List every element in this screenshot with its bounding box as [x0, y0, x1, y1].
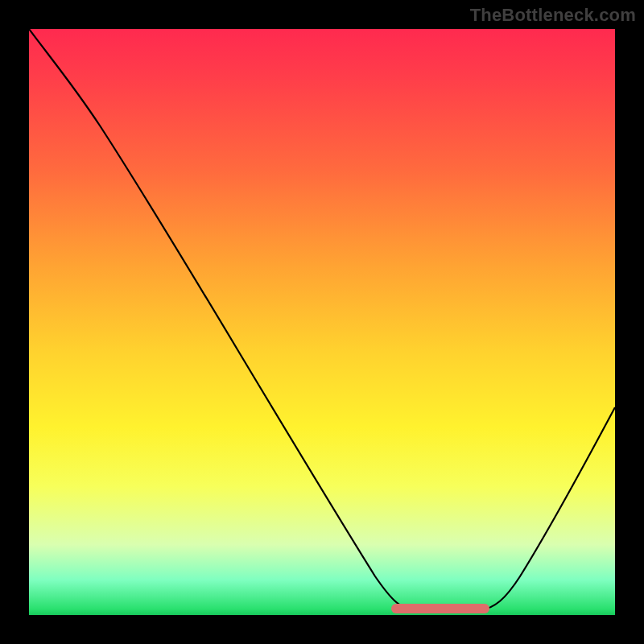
plot-area — [29, 29, 615, 615]
watermark-text: TheBottleneck.com — [470, 5, 636, 26]
bottleneck-curve — [29, 29, 615, 610]
chart-svg — [29, 29, 615, 615]
chart-frame: TheBottleneck.com — [0, 0, 644, 644]
